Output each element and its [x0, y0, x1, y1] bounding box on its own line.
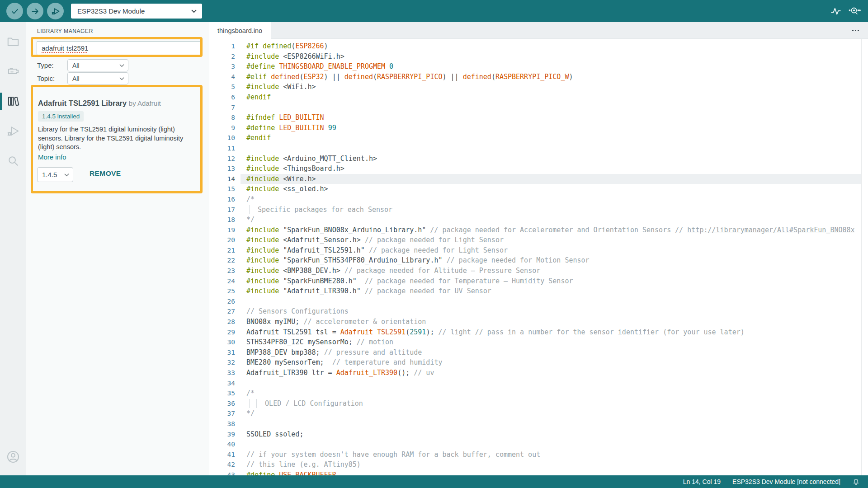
debug-button[interactable] — [47, 3, 64, 19]
code-line[interactable]: 33Adafruit_LTR390 ltr = Adafruit_LTR390(… — [209, 368, 868, 378]
line-content: #ifndef LED_BUILTIN — [241, 113, 868, 123]
line-content — [241, 439, 868, 450]
code-line[interactable]: 16/* — [209, 194, 868, 205]
code-line[interactable]: 36 OLED / LCD Configuration — [209, 399, 868, 409]
code-line[interactable]: 23#include <BMP388_DEV.h> // package nee… — [209, 266, 868, 276]
chevron-down-icon — [119, 77, 124, 80]
line-content: #include <ss_oled.h> — [241, 184, 868, 194]
line-content — [241, 419, 868, 429]
code-line[interactable]: 32BME280 mySensorTem; // temperature and… — [209, 357, 868, 368]
editor-more-actions-button[interactable] — [850, 28, 861, 33]
sidebar-item-sketchbook[interactable] — [0, 28, 26, 55]
code-line[interactable]: 28BNO08x myIMU; // accelerometer & orien… — [209, 317, 868, 327]
line-content: // Sensors Configurations — [241, 306, 868, 317]
line-content: // if your system doesn't have enough RA… — [241, 450, 868, 460]
upload-button[interactable] — [27, 3, 43, 19]
code-line[interactable]: 40 — [209, 439, 868, 450]
code-line[interactable]: 27// Sensors Configurations — [209, 306, 868, 317]
notifications-bell-icon[interactable] — [852, 478, 860, 486]
line-number: 39 — [209, 429, 235, 440]
topic-filter-label: Topic: — [37, 75, 55, 82]
board-selector-dropdown[interactable]: ESP32S3 Dev Module — [71, 4, 202, 19]
line-content: #include <Wire.h> — [241, 174, 868, 184]
line-number: 36 — [209, 399, 235, 409]
code-line[interactable]: 19#include "SparkFun_BNO08x_Arduino_Libr… — [209, 225, 868, 235]
code-line[interactable]: 17 Specific packages for each Sensor — [209, 205, 868, 215]
library-search-input[interactable]: adafruit tsl2591 — [37, 41, 201, 55]
line-content: OLED / LCD Configuration — [241, 399, 868, 409]
code-line[interactable]: 7 — [209, 103, 868, 113]
sidebar-item-search[interactable] — [0, 148, 26, 174]
code-line[interactable]: 6#endif — [209, 92, 868, 103]
code-line[interactable]: 15#include <ss_oled.h> — [209, 184, 868, 194]
line-number: 29 — [209, 327, 235, 338]
editor-scrollbar[interactable] — [861, 39, 868, 475]
code-line[interactable]: 35/* — [209, 388, 868, 399]
code-line[interactable]: 31BMP388_DEV bmp388; // pressure and alt… — [209, 347, 868, 358]
code-line[interactable]: 3#define THINGSBOARD_ENABLE_PROGMEM 0 — [209, 61, 868, 72]
library-author: by Adafruit — [129, 99, 161, 107]
line-number: 21 — [209, 245, 235, 256]
code-line[interactable]: 11 — [209, 143, 868, 154]
code-line[interactable]: 37*/ — [209, 408, 868, 419]
sidebar-item-account[interactable] — [0, 444, 26, 470]
check-icon — [10, 7, 19, 16]
sidebar-item-boards-manager[interactable] — [0, 58, 26, 84]
code-line[interactable]: 29Adafruit_TSL2591 tsl = Adafruit_TSL259… — [209, 327, 868, 338]
code-line[interactable]: 18*/ — [209, 215, 868, 225]
code-line[interactable]: 9#define LED_BUILTIN 99 — [209, 123, 868, 133]
serial-monitor-button[interactable] — [848, 5, 861, 17]
code-line[interactable]: 14#include <Wire.h> — [209, 174, 868, 184]
code-line[interactable]: 12#include <Arduino_MQTT_Client.h> — [209, 154, 868, 164]
code-line[interactable]: 22#include "SparkFun_STHS34PF80_Arduino_… — [209, 255, 868, 266]
code-line[interactable]: 34 — [209, 378, 868, 389]
code-line[interactable]: 1#if defined(ESP8266) — [209, 41, 868, 52]
line-content: // this line (e.g. ATtiny85) — [241, 460, 868, 470]
line-number: 14 — [209, 174, 235, 184]
code-line[interactable]: 26 — [209, 296, 868, 307]
serial-plotter-button[interactable] — [830, 5, 842, 17]
code-line[interactable]: 39SSOLED ssoled; — [209, 429, 868, 440]
type-filter-label: Type: — [37, 61, 54, 69]
code-line[interactable]: 21#include "Adafruit_TSL2591.h" // packa… — [209, 245, 868, 256]
line-number: 4 — [209, 72, 235, 82]
topic-filter-dropdown[interactable]: All — [67, 72, 128, 84]
line-number: 5 — [209, 82, 235, 92]
code-line[interactable]: 43#define USE_BACKBUFFER — [209, 470, 868, 475]
type-filter-dropdown[interactable]: All — [67, 59, 128, 71]
line-number: 3 — [209, 61, 235, 72]
line-number: 2 — [209, 52, 235, 62]
code-line[interactable]: 10#endif — [209, 133, 868, 143]
code-line[interactable]: 20#include <Adafruit_Sensor.h> // packag… — [209, 235, 868, 245]
version-dropdown[interactable]: 1.4.5 — [37, 167, 73, 182]
code-line[interactable]: 5#include <WiFi.h> — [209, 82, 868, 92]
code-line[interactable]: 42// this line (e.g. ATtiny85) — [209, 460, 868, 470]
tab-thingsboard-ino[interactable]: thingsboard.ino — [209, 22, 271, 39]
cursor-position[interactable]: Ln 14, Col 19 — [683, 478, 721, 485]
code-line[interactable]: 24#include "SparkFunBME280.h" // package… — [209, 276, 868, 286]
code-editor[interactable]: 1#if defined(ESP8266)2#include <ESP8266W… — [209, 39, 868, 475]
line-number: 18 — [209, 215, 235, 225]
sidebar-item-library-manager[interactable] — [0, 88, 26, 114]
line-number: 27 — [209, 306, 235, 317]
debug-icon — [6, 124, 20, 138]
line-content: #include "SparkFun_STHS34PF80_Arduino_Li… — [241, 255, 868, 266]
code-line[interactable]: 4#elif defined(ESP32) || defined(RASPBER… — [209, 72, 868, 82]
code-line[interactable]: 38 — [209, 419, 868, 429]
code-line[interactable]: 8#ifndef LED_BUILTIN — [209, 113, 868, 123]
more-info-link[interactable]: More info — [38, 153, 66, 161]
line-number: 9 — [209, 123, 235, 133]
magnifier-dots-icon — [848, 5, 861, 17]
verify-button[interactable] — [6, 3, 23, 19]
library-books-icon — [6, 94, 20, 108]
code-lines: 1#if defined(ESP8266)2#include <ESP8266W… — [209, 41, 868, 475]
sidebar-item-debug[interactable] — [0, 118, 26, 144]
remove-button[interactable]: REMOVE — [90, 169, 121, 178]
code-line[interactable]: 2#include <ESP8266WiFi.h> — [209, 52, 868, 62]
code-line[interactable]: 41// if your system doesn't have enough … — [209, 450, 868, 460]
code-line[interactable]: 30STHS34PF80_I2C mySensorMo; // motion — [209, 337, 868, 347]
arduino-ide-window: ESP32S3 Dev Module — [0, 0, 868, 488]
board-connection-status[interactable]: ESP32S3 Dev Module [not connected] — [732, 478, 840, 485]
code-line[interactable]: 25#include "Adafruit_LTR390.h" // packag… — [209, 286, 868, 296]
code-line[interactable]: 13#include <ThingsBoard.h> — [209, 164, 868, 174]
